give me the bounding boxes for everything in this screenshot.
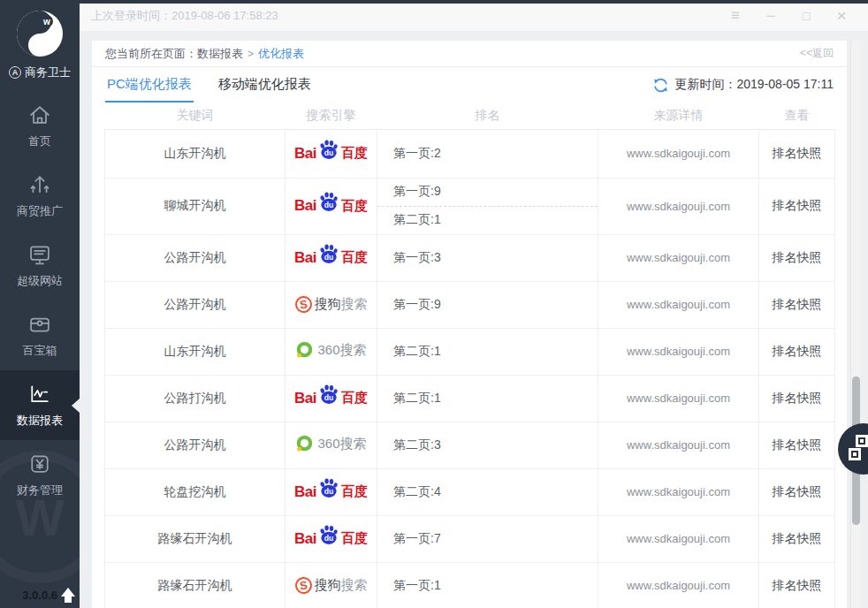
breadcrumb-separator: > bbox=[247, 48, 254, 60]
upgrade-arrow-icon[interactable] bbox=[61, 588, 75, 604]
keyword-cell: 路缘石开沟机 bbox=[105, 562, 286, 608]
keyword-cell: 轮盘挖沟机 bbox=[105, 468, 286, 515]
rank-value: 第一页:9 bbox=[377, 179, 598, 206]
rank-snapshot-link[interactable]: 排名快照 bbox=[773, 391, 822, 405]
window-top-border bbox=[0, 0, 868, 4]
view-cell: 排名快照 bbox=[759, 178, 835, 234]
sidebar-item-label: 百宝箱 bbox=[23, 343, 57, 359]
brand: A 商务卫士 bbox=[0, 65, 80, 80]
column-header: 来源详情 bbox=[598, 103, 759, 129]
rank-cell: 第二页:1 bbox=[377, 375, 598, 422]
sidebar-item-toolbox[interactable]: 百宝箱 bbox=[0, 300, 80, 370]
rank-snapshot-link[interactable]: 排名快照 bbox=[773, 437, 822, 452]
breadcrumb-current: 优化报表 bbox=[258, 46, 304, 62]
engine-cell: 360搜索 bbox=[286, 328, 377, 375]
rank-snapshot-link[interactable]: 排名快照 bbox=[773, 531, 822, 545]
sidebar-item-promotion[interactable]: 商贸推广 bbox=[0, 161, 80, 231]
rank-snapshot-link[interactable]: 排名快照 bbox=[773, 250, 822, 264]
refresh-cluster: 更新时间：2019-08-05 17:11 bbox=[652, 67, 834, 103]
source-cell: www.sdkaigouji.com bbox=[598, 515, 759, 562]
update-time-text: 更新时间：2019-08-05 17:11 bbox=[675, 77, 834, 93]
vertical-scrollbar-track[interactable] bbox=[850, 41, 860, 608]
rank-snapshot-link[interactable]: 排名快照 bbox=[773, 344, 822, 358]
table-row: 山东开沟机360搜索第二页:1www.sdkaigouji.com排名快照 bbox=[105, 328, 835, 375]
sidebar-item-website[interactable]: 超级网站 bbox=[0, 231, 80, 300]
last-login-text: 上次登录时间：2019-08-06 17:58:23 bbox=[91, 8, 278, 24]
engine-cell: S搜狗搜索 bbox=[286, 562, 377, 608]
toolbox-icon bbox=[27, 312, 53, 337]
tab-pc-report[interactable]: PC端优化报表 bbox=[105, 67, 194, 103]
brand-badge-icon: A bbox=[9, 66, 21, 79]
rank-value: 第二页:4 bbox=[377, 469, 598, 515]
column-header: 关键词 bbox=[105, 103, 286, 129]
source-cell: www.sdkaigouji.com bbox=[598, 281, 759, 328]
so360-logo-icon: 360搜索 bbox=[295, 341, 366, 360]
ranking-table: 关键词搜索引擎排名来源详情查看 山东开沟机Baidu百度第一页:2www.sdk… bbox=[104, 103, 835, 608]
svg-text:du: du bbox=[324, 486, 334, 495]
svg-text:du: du bbox=[324, 201, 334, 209]
table-row: 公路开沟机Baidu百度第一页:3www.sdkaigouji.com排名快照 bbox=[105, 234, 835, 281]
view-cell: 排名快照 bbox=[759, 468, 835, 515]
sidebar-item-home[interactable]: 首页 bbox=[0, 91, 80, 161]
keyword-cell: 聊城开沟机 bbox=[105, 178, 286, 234]
titlebar: 上次登录时间：2019-08-06 17:58:23 ≡ ─ □ × bbox=[80, 0, 868, 32]
table-row: 公路开沟机S搜狗搜索第一页:9www.sdkaigouji.com排名快照 bbox=[105, 281, 835, 328]
report-icon bbox=[27, 382, 53, 407]
rank-snapshot-link[interactable]: 排名快照 bbox=[773, 578, 822, 592]
rank-snapshot-link[interactable]: 排名快照 bbox=[773, 484, 822, 498]
column-header: 排名 bbox=[377, 103, 598, 129]
source-cell: www.sdkaigouji.com bbox=[598, 129, 759, 178]
app-logo: w bbox=[0, 0, 80, 58]
content-card: 您当前所在页面： 数据报表 > 优化报表 <<返回 PC端优化报表 移动端优化报… bbox=[92, 41, 847, 608]
engine-cell: S搜狗搜索 bbox=[286, 281, 377, 328]
rank-value: 第一页:2 bbox=[377, 130, 598, 178]
rank-snapshot-link[interactable]: 排名快照 bbox=[773, 146, 822, 160]
shield-watermark: W bbox=[0, 451, 80, 583]
sidebar-item-label: 超级网站 bbox=[17, 273, 63, 289]
tab-mobile-report[interactable]: 移动端优化报表 bbox=[217, 67, 313, 103]
menu-icon[interactable]: ≡ bbox=[718, 7, 753, 25]
rank-cell: 第一页:9第二页:1 bbox=[377, 178, 598, 234]
baidu-logo-icon: Baidu百度 bbox=[294, 197, 368, 215]
rank-value: 第一页:7 bbox=[377, 516, 598, 562]
sidebar: w A 商务卫士 首页 商贸推广 bbox=[0, 0, 80, 608]
table-row: 轮盘挖沟机Baidu百度第二页:4www.sdkaigouji.com排名快照 bbox=[105, 468, 835, 515]
rank-cell: 第一页:7 bbox=[377, 515, 598, 562]
keyword-cell: 公路打沟机 bbox=[105, 375, 286, 422]
minimize-icon[interactable]: ─ bbox=[753, 9, 788, 22]
version-row: 3.0.0.6 bbox=[22, 588, 75, 604]
so360-logo-icon: 360搜索 bbox=[295, 435, 366, 453]
website-icon bbox=[27, 242, 53, 267]
source-cell: www.sdkaigouji.com bbox=[598, 234, 759, 281]
keyword-cell: 路缘石开沟机 bbox=[105, 515, 286, 562]
svg-text:du: du bbox=[324, 148, 334, 156]
close-icon[interactable]: × bbox=[824, 6, 859, 26]
baidu-logo-icon: Baidu百度 bbox=[294, 483, 368, 501]
breadcrumb-section: 数据报表 bbox=[197, 46, 243, 62]
tabs-bar: PC端优化报表 移动端优化报表 更新时间：2019-08-05 17:11 bbox=[92, 67, 847, 103]
view-cell: 排名快照 bbox=[759, 129, 835, 178]
sidebar-item-reports[interactable]: 数据报表 bbox=[0, 370, 80, 440]
keyword-cell: 山东开沟机 bbox=[105, 328, 286, 375]
source-cell: www.sdkaigouji.com bbox=[598, 375, 759, 422]
engine-cell: Baidu百度 bbox=[286, 515, 377, 562]
svg-text:du: du bbox=[324, 252, 334, 261]
sogou-logo-icon: S搜狗搜索 bbox=[295, 296, 368, 313]
view-cell: 排名快照 bbox=[759, 234, 835, 281]
refresh-icon[interactable] bbox=[652, 77, 669, 94]
table-header-row: 关键词搜索引擎排名来源详情查看 bbox=[105, 103, 835, 129]
table-row: 聊城开沟机Baidu百度第一页:9第二页:1www.sdkaigouji.com… bbox=[105, 178, 835, 234]
yinyang-logo-icon: w bbox=[15, 9, 65, 58]
engine-cell: Baidu百度 bbox=[286, 375, 377, 422]
back-link[interactable]: <<返回 bbox=[800, 46, 834, 61]
rank-snapshot-link[interactable]: 排名快照 bbox=[773, 198, 822, 212]
maximize-icon[interactable]: □ bbox=[788, 9, 824, 23]
breadcrumb-prefix: 您当前所在页面： bbox=[105, 46, 197, 62]
source-cell: www.sdkaigouji.com bbox=[598, 422, 759, 468]
rank-snapshot-link[interactable]: 排名快照 bbox=[773, 297, 822, 311]
table-row: 山东开沟机Baidu百度第一页:2www.sdkaigouji.com排名快照 bbox=[105, 129, 835, 178]
sidebar-item-label: 商贸推广 bbox=[17, 203, 63, 219]
table-row: 公路开沟机360搜索第二页:3www.sdkaigouji.com排名快照 bbox=[105, 422, 835, 468]
engine-cell: Baidu百度 bbox=[286, 129, 377, 178]
baidu-logo-icon: Baidu百度 bbox=[294, 530, 368, 548]
